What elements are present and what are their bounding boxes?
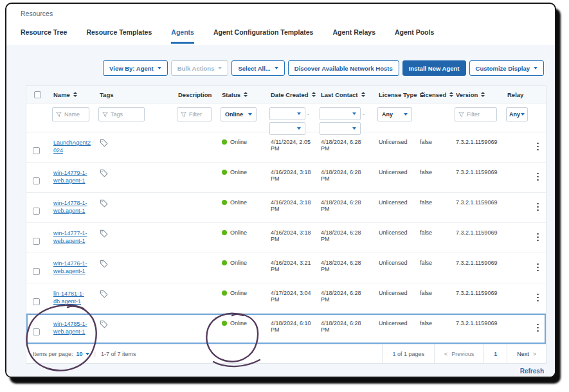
customize-display-dropdown[interactable]: Customize Display — [469, 60, 544, 76]
row-checkbox-cell — [26, 314, 48, 344]
row-actions-kebab-menu-icon[interactable] — [534, 323, 541, 334]
table-row: win-14785-1-web.agent-1 Online 4/18/2024… — [26, 314, 546, 344]
version-filter-input[interactable]: Filter — [455, 107, 497, 121]
items-per-page-value: 10 — [77, 351, 83, 357]
row-actions-kebab-menu-icon[interactable] — [534, 292, 541, 303]
sort-icon[interactable] — [312, 92, 316, 97]
previous-page-button[interactable]: < Previous — [434, 344, 483, 363]
agent-name-link[interactable]: win-14779-1-web.agent-1 — [53, 169, 92, 184]
column-header-name[interactable]: Name — [48, 86, 95, 103]
sort-icon[interactable] — [481, 92, 485, 97]
actions-cell — [530, 223, 547, 253]
items-per-page-dropdown[interactable]: 10 — [77, 351, 89, 357]
install-new-agent-button[interactable]: Install New Agent — [402, 60, 466, 76]
content-panel: View By: Agent Bulk Actions Select All..… — [6, 45, 555, 377]
sort-icon[interactable] — [73, 92, 77, 97]
tag-icon[interactable] — [100, 320, 170, 328]
online-status-dot-icon — [222, 230, 227, 235]
tag-icon[interactable] — [100, 169, 170, 177]
agent-name-cell: win-14777-1-web.agent-1 — [48, 223, 95, 253]
tag-icon[interactable] — [100, 290, 170, 298]
status-text: Online — [230, 320, 247, 326]
row-actions-kebab-menu-icon[interactable] — [534, 232, 541, 243]
row-checkbox[interactable] — [33, 208, 40, 215]
row-checkbox-cell — [26, 223, 48, 253]
select-all-checkbox[interactable] — [34, 91, 41, 98]
row-actions-kebab-menu-icon[interactable] — [534, 202, 541, 213]
row-checkbox[interactable] — [33, 147, 40, 154]
last-contact-from-dropdown[interactable] — [320, 107, 361, 120]
next-page-button[interactable]: Next > — [507, 344, 546, 363]
discover-network-hosts-button[interactable]: Discover Available Network Hosts — [288, 60, 399, 76]
agent-name-cell: win-14776-1-web.agent-1 — [48, 253, 95, 283]
date-created-cell: 4/11/2024, 2:05 PM — [266, 132, 316, 162]
view-by-dropdown[interactable]: View By: Agent — [103, 60, 168, 76]
tag-icon[interactable] — [100, 260, 170, 268]
column-header-licensed[interactable]: Licensed — [415, 86, 451, 103]
row-actions-kebab-menu-icon[interactable] — [534, 141, 541, 152]
row-actions-kebab-menu-icon[interactable] — [534, 262, 541, 273]
sort-icon[interactable] — [361, 92, 365, 97]
agents-table: NameTagsDescriptionStatusDate CreatedLas… — [26, 85, 546, 364]
license-type-filter-dropdown[interactable]: Any — [377, 107, 412, 121]
agent-name-link[interactable]: win-14778-1-web.agent-1 — [53, 199, 92, 215]
row-checkbox[interactable] — [33, 268, 40, 275]
tag-icon[interactable] — [100, 139, 170, 147]
name-filter-input[interactable]: Name — [52, 107, 89, 121]
row-checkbox[interactable] — [33, 328, 40, 335]
licensed-cell: false — [415, 314, 451, 344]
date-range-separator: - — [307, 111, 309, 118]
agent-name-link[interactable]: win-14785-1-web.agent-1 — [53, 320, 92, 335]
column-header-license-type[interactable]: License Type — [374, 86, 415, 103]
sort-icon[interactable] — [244, 92, 248, 97]
tab-agents[interactable]: Agents — [171, 28, 194, 44]
page-number-button[interactable]: 1 — [483, 344, 507, 363]
last-contact-cell: 4/18/2024, 6:28 PM — [316, 223, 374, 253]
chevron-down-icon — [297, 112, 301, 115]
tab-agent-relays[interactable]: Agent Relays — [332, 28, 375, 44]
agent-name-link[interactable]: LaunchAgent2024 — [53, 139, 92, 154]
chevron-down-icon — [352, 127, 356, 130]
column-header-date-created[interactable]: Date Created — [266, 86, 316, 103]
filter-funnel-icon — [181, 112, 186, 118]
agent-name-link[interactable]: win-14777-1-web.agent-1 — [53, 229, 92, 245]
date-created-from-dropdown[interactable] — [269, 107, 305, 120]
column-header-version[interactable]: Version — [451, 86, 502, 103]
relay-filter-dropdown[interactable]: Any — [506, 107, 528, 121]
row-checkbox[interactable] — [33, 298, 40, 305]
current-page-number: 1 — [494, 351, 497, 357]
chevron-down-icon — [534, 67, 537, 69]
date-created-cell: 4/16/2024, 3:18 PM — [266, 223, 316, 253]
agent-name-link[interactable]: win-14776-1-web.agent-1 — [53, 260, 92, 275]
select-all-header-cell — [26, 86, 48, 103]
tab-resource-tree[interactable]: Resource Tree — [21, 28, 67, 44]
license-type-cell: Unlicensed — [374, 223, 415, 253]
bulk-actions-dropdown[interactable]: Bulk Actions — [171, 60, 229, 76]
description-filter-placeholder: Filter — [189, 111, 202, 118]
tab-agent-configuration-templates[interactable]: Agent Configuration Templates — [213, 28, 314, 44]
relay-cell — [502, 283, 530, 313]
column-header-status[interactable]: Status — [217, 86, 266, 103]
version-cell: 7.3.2.1.1159069 — [451, 132, 502, 162]
name-filter-placeholder: Name — [64, 111, 80, 118]
row-checkbox[interactable] — [33, 238, 40, 245]
tag-icon[interactable] — [100, 229, 170, 238]
tags-filter-input[interactable]: Tags — [98, 107, 145, 121]
agent-name-link[interactable]: lin-14781-1-db.agent-1 — [53, 290, 92, 305]
refresh-link[interactable]: Refresh — [520, 368, 544, 375]
column-header-label: Date Created — [271, 91, 309, 98]
status-filter-dropdown[interactable]: Online — [221, 107, 257, 121]
column-header-last-contact[interactable]: Last Contact — [316, 86, 374, 103]
row-checkbox-cell — [26, 283, 48, 313]
row-actions-kebab-menu-icon[interactable] — [534, 172, 541, 183]
row-checkbox[interactable] — [33, 177, 40, 184]
table-row: win-14779-1-web.agent-1 Online 4/16/2024… — [26, 163, 546, 193]
tag-icon[interactable] — [100, 199, 170, 208]
licensed-cell: false — [415, 163, 451, 192]
agent-name-cell: win-14785-1-web.agent-1 — [48, 314, 95, 344]
select-all-dropdown[interactable]: Select All... — [231, 60, 284, 76]
tab-agent-pools[interactable]: Agent Pools — [395, 28, 434, 44]
tags-cell — [95, 132, 173, 162]
description-filter-input[interactable]: Filter — [177, 107, 212, 121]
tab-resource-templates[interactable]: Resource Templates — [86, 28, 152, 44]
